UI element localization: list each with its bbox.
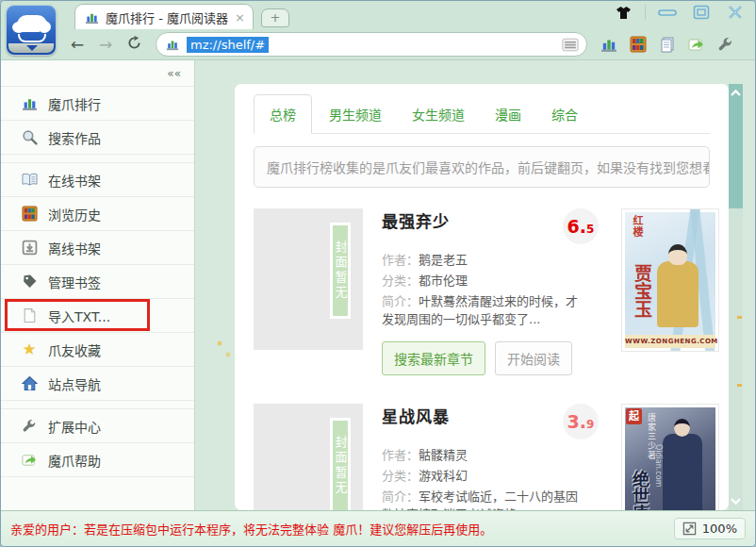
scroll-down-icon[interactable] [730,497,742,506]
book-cover-image[interactable]: 红楼 贾宝玉 WWW.ZONGHENG.COM [621,208,719,352]
vertical-scrollbar[interactable] [729,84,743,510]
sidebar-item-help[interactable]: 魔爪帮助 [1,443,194,477]
scroll-marker [737,384,742,387]
tag-icon [21,274,38,290]
content-area: 总榜 男生频道 女生频道 漫画 综合 魔爪排行榜收集的是爪友们最喜欢的作品，前后… [195,60,755,510]
sidebar-collapse-button[interactable]: «« [1,60,194,87]
book-title[interactable]: 最强弃少 [382,208,450,232]
tab-close-icon[interactable]: × [235,10,245,25]
sidebar-item-search[interactable]: 搜索作品 [1,121,194,155]
wrench-toolbar-icon[interactable] [717,36,734,53]
book-category-line: 分类：游戏科幻 [382,468,600,486]
sidebar-item-label: 扩展中心 [48,417,101,436]
pages-copy-toolbar-icon[interactable] [659,36,676,53]
skin-tshirt-icon[interactable] [611,5,635,20]
sidebar-group-gap [1,155,194,163]
intro-label: 简介： [382,294,419,308]
back-button[interactable]: ← [63,35,91,54]
book-actions: 搜索最新章节 开始阅读 [382,341,600,375]
rating-int: 3. [567,411,586,432]
tab-comics[interactable]: 漫画 [482,95,534,133]
sidebar-group-gap [1,401,194,409]
new-tab-button[interactable]: + [261,8,289,27]
zoom-level-label: 100% [702,522,737,536]
sidebar-item-import-txt[interactable]: 导入TXT... [1,299,194,333]
share-toolbar-icon[interactable] [688,36,705,53]
rating-badge: 3. 9 [563,404,599,439]
url-favicon-chart-icon [164,36,181,53]
sidebar-item-rank[interactable]: 魔爪排行 [1,87,194,121]
tab-female-channel[interactable]: 女生频道 [399,95,478,133]
no-cover-label: 封面暂无 [332,436,350,496]
book-info: 最强弃少 6. 5 作者：鹅是老五 分类：都市伦理 简介：叶默蓦然清醒过来的时候… [382,208,600,375]
tab-title: 魔爪排行 - 魔爪阅读器 [106,8,229,26]
logo-book-shape [18,34,46,42]
cover-series-text: 红楼 [629,215,644,238]
bookshelf-toolbar-icon[interactable] [630,36,647,53]
book-title[interactable]: 星战风暴 [382,404,450,427]
url-input[interactable]: mz://shelf/# [187,37,269,53]
sidebar-item-extensions[interactable]: 扩展中心 [1,409,194,443]
category-value: 都市伦理 [419,274,468,288]
sidebar-item-history[interactable]: 浏览历史 [1,197,194,231]
cloud-book-logo-icon [17,15,47,32]
bookshelf-icon [21,206,38,223]
sidebar-item-online-shelf[interactable]: 在线书架 [1,163,194,197]
sidebar-item-label: 站点导航 [48,374,101,393]
logo-dropdown-arrow-icon [26,45,38,51]
scroll-up-icon[interactable] [730,89,742,97]
browser-window: 魔爪排行 - 魔爪阅读器 × + ← [0,0,756,547]
app-window: 魔爪排行 - 魔爪阅读器 × + ← [0,0,756,547]
forward-button[interactable]: → [91,35,120,54]
rating-int: 6. [567,216,586,237]
sidebar-item-favorites[interactable]: ★ 爪友收藏 [1,333,194,367]
author-label: 作者： [382,253,419,267]
minimize-button[interactable] [655,5,680,20]
address-menu-list-icon[interactable] [562,36,579,53]
close-button[interactable] [723,5,748,20]
tab-male-channel[interactable]: 男生频道 [316,95,395,133]
zoom-control[interactable]: 100% [674,518,746,539]
scrollbar-thumb[interactable] [729,84,743,208]
maximize-button[interactable] [689,5,714,20]
sidebar-item-label: 魔爪排行 [48,94,101,113]
start-reading-button[interactable]: 开始阅读 [495,341,572,375]
sidebar-item-label: 浏览历史 [48,205,101,224]
search-latest-chapters-button[interactable]: 搜索最新章节 [382,341,485,375]
browser-tab[interactable]: 魔爪排行 - 魔爪阅读器 × [74,4,254,29]
star-icon: ★ [21,341,38,358]
sidebar-item-label: 爪友收藏 [48,340,101,359]
cover-publisher-logo: 起 [626,408,642,424]
nav-buttons: ← → [63,35,148,54]
rating-dec: 5 [586,223,594,236]
app-logo-button[interactable] [6,5,57,56]
sidebar-item-offline-shelf[interactable]: 离线书架 [1,231,194,265]
category-label: 分类： [382,469,419,483]
navigation-toolbar: ← → mz://shelf/# [1,29,755,60]
cover-site-text: Qidian.com [654,444,663,487]
no-cover-label: 封面暂无 [332,240,350,301]
sidebar-item-label: 离线书架 [48,239,101,257]
address-bar[interactable]: mz://shelf/# [156,32,587,57]
cover-site-text: WWW.ZONGHENG.COM [625,335,715,348]
cover-placeholder: 封面暂无 [254,404,363,510]
refresh-button[interactable] [120,35,148,54]
status-warning-text: 亲爱的用户：若是在压缩包中运行本程序，将无法完整体验 魔爪！建议您解压后再使用。 [10,520,492,538]
open-book-icon [21,172,38,189]
author-value: 骷髅精灵 [419,448,468,462]
rank-chart-toolbar-icon[interactable] [600,36,617,53]
tab-overall[interactable]: 总榜 [254,94,312,134]
sidebar-item-site-nav[interactable]: 站点导航 [1,367,194,401]
sidebar: «« 魔爪排行 搜索作品 在线书架 浏览历史 [1,60,195,510]
book-cover-image[interactable]: 起 唐家三少著 Qidian.com 绝世唐门 [621,404,719,510]
sidebar-item-bookmarks[interactable]: 管理书签 [1,265,194,299]
tab-misc[interactable]: 综合 [538,95,591,133]
home-icon [21,375,38,392]
book-intro-line: 简介：叶默蓦然清醒过来的时候，才发现周围的一切似乎都变了... [382,293,589,329]
status-bar: 亲爱的用户：若是在压缩包中运行本程序，将无法完整体验 魔爪！建议您解压后再使用。… [1,510,755,546]
controls-separator [645,5,646,20]
chart-icon [21,95,38,112]
rank-description: 魔爪排行榜收集的是爪友们最喜欢的作品，前后键翻页，如果没有找到您想看的， [254,146,710,188]
category-value: 游戏科幻 [419,469,468,483]
download-icon [21,240,38,257]
